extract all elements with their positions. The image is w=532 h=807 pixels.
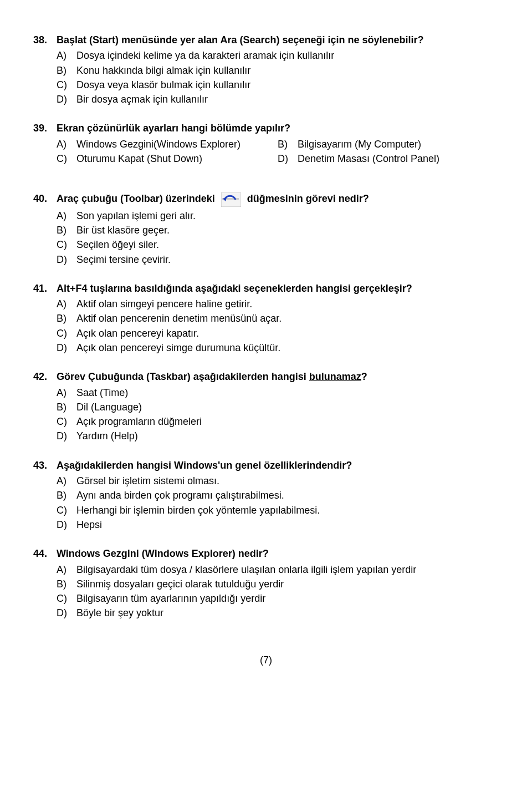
- q43-options: A) Görsel bir işletim sistemi olması. B)…: [57, 474, 499, 531]
- q42-number: 42.: [33, 370, 57, 383]
- q42-text: Görev Çubuğunda (Taskbar) aşağıdakilerde…: [57, 370, 499, 383]
- q40-option-a: A) Son yapılan işlemi geri alır.: [57, 209, 499, 222]
- q38-option-b: B) Konu hakkında bilgi almak için kullan…: [57, 64, 499, 77]
- option-letter: B): [57, 64, 76, 77]
- q44-option-d: D) Böyle bir şey yoktur: [57, 606, 499, 620]
- option-letter: A): [57, 297, 76, 311]
- q42-stem-underline: bulunamaz: [309, 371, 361, 382]
- option-letter: B): [57, 400, 76, 414]
- undo-icon: [221, 192, 241, 207]
- option-letter: D): [57, 93, 76, 106]
- option-letter: C): [57, 238, 76, 251]
- q39-option-c: C) Oturumu Kapat (Shut Down): [57, 152, 278, 165]
- q40-stem-post: düğmesinin görevi nedir?: [247, 193, 369, 204]
- option-letter: C): [57, 78, 76, 92]
- option-letter: C): [57, 504, 76, 517]
- q41-option-a: A) Aktif olan simgeyi pencere haline get…: [57, 297, 499, 311]
- option-text: Herhangi bir işlemin birden çok yöntemle…: [76, 504, 499, 517]
- q39-option-b: B) Bilgisayarım (My Computer): [278, 138, 499, 151]
- option-text: Görsel bir işletim sistemi olması.: [76, 474, 499, 488]
- option-text: Denetim Masası (Control Panel): [298, 152, 499, 165]
- question-42: 42. Görev Çubuğunda (Taskbar) aşağıdakil…: [33, 370, 499, 443]
- q44-option-b: B) Silinmiş dosyaları geçici olarak tutu…: [57, 577, 499, 591]
- q38-option-a: A) Dosya içindeki kelime ya da karakteri…: [57, 49, 499, 62]
- option-text: Dosya veya klasör bulmak için kullanılır: [76, 78, 499, 92]
- q38-stem: 38. Başlat (Start) menüsünde yer alan Ar…: [33, 33, 499, 47]
- option-text: Aktif olan pencerenin denetim menüsünü a…: [76, 312, 499, 325]
- q43-number: 43.: [33, 459, 57, 472]
- q42-option-b: B) Dil (Language): [57, 400, 499, 414]
- option-letter: B): [57, 489, 76, 502]
- option-text: Seçimi tersine çevirir.: [76, 253, 499, 266]
- q38-text: Başlat (Start) menüsünde yer alan Ara (S…: [57, 33, 499, 47]
- q39-options: A) Windows Gezgini(Windows Explorer) B) …: [57, 138, 499, 166]
- option-letter: C): [57, 327, 76, 340]
- q39-option-a: A) Windows Gezgini(Windows Explorer): [57, 138, 278, 151]
- q39-row-cd: C) Oturumu Kapat (Shut Down) D) Denetim …: [57, 152, 499, 165]
- option-text: Bilgisayarım (My Computer): [298, 138, 499, 151]
- option-letter: C): [57, 152, 76, 165]
- q43-text: Aşağıdakilerden hangisi Windows'un genel…: [57, 459, 499, 472]
- q42-stem: 42. Görev Çubuğunda (Taskbar) aşağıdakil…: [33, 370, 499, 383]
- q40-option-b: B) Bir üst klasöre geçer.: [57, 224, 499, 237]
- q44-options: A) Bilgisayardaki tüm dosya / klasörlere…: [57, 563, 499, 620]
- question-38: 38. Başlat (Start) menüsünde yer alan Ar…: [33, 33, 499, 106]
- option-letter: A): [57, 474, 76, 488]
- option-text: Dil (Language): [76, 400, 499, 414]
- option-text: Dosya içindeki kelime ya da karakteri ar…: [76, 49, 499, 62]
- option-text: Yardım (Help): [76, 429, 499, 443]
- option-letter: A): [57, 209, 76, 222]
- question-41: 41. Alt+F4 tuşlarına basıldığında aşağıd…: [33, 282, 499, 354]
- option-letter: D): [57, 606, 76, 620]
- option-letter: A): [57, 563, 76, 576]
- q43-option-a: A) Görsel bir işletim sistemi olması.: [57, 474, 499, 488]
- q43-option-d: D) Hepsi: [57, 518, 499, 531]
- q39-stem: 39. Ekran çözünürlük ayarları hangi bölü…: [33, 121, 499, 135]
- option-letter: D): [57, 341, 76, 354]
- option-letter: A): [57, 386, 76, 399]
- option-letter: D): [278, 152, 298, 165]
- q41-option-d: D) Açık olan pencereyi simge durumuna kü…: [57, 341, 499, 354]
- option-text: Bir üst klasöre geçer.: [76, 224, 499, 237]
- option-letter: C): [57, 592, 76, 605]
- q44-option-c: C) Bilgisayarın tüm ayarlarının yapıldığ…: [57, 592, 499, 605]
- question-40: 40. Araç çubuğu (Toolbar) üzerindeki düğ…: [33, 192, 499, 266]
- q42-option-c: C) Açık programların düğmeleri: [57, 415, 499, 428]
- q40-options: A) Son yapılan işlemi geri alır. B) Bir …: [57, 209, 499, 266]
- q41-stem: 41. Alt+F4 tuşlarına basıldığında aşağıd…: [33, 282, 499, 295]
- q41-text: Alt+F4 tuşlarına basıldığında aşağıdaki …: [57, 282, 499, 295]
- q44-stem: 44. Windows Gezgini (Windows Explorer) n…: [33, 547, 499, 560]
- q40-stem: 40. Araç çubuğu (Toolbar) üzerindeki düğ…: [33, 192, 499, 206]
- q38-option-d: D) Bir dosya açmak için kullanılır: [57, 93, 499, 106]
- q43-option-c: C) Herhangi bir işlemin birden çok yönte…: [57, 504, 499, 517]
- option-letter: D): [57, 253, 76, 266]
- q38-number: 38.: [33, 33, 57, 47]
- option-letter: A): [57, 138, 76, 151]
- q40-option-d: D) Seçimi tersine çevirir.: [57, 253, 499, 266]
- option-text: Konu hakkında bilgi almak için kullanılı…: [76, 64, 499, 77]
- question-44: 44. Windows Gezgini (Windows Explorer) n…: [33, 547, 499, 620]
- option-text: Aktif olan simgeyi pencere haline getiri…: [76, 297, 499, 311]
- q39-option-d: D) Denetim Masası (Control Panel): [278, 152, 499, 165]
- q39-row-ab: A) Windows Gezgini(Windows Explorer) B) …: [57, 138, 499, 151]
- q42-stem-post: ?: [361, 371, 367, 382]
- q42-stem-pre: Görev Çubuğunda (Taskbar) aşağıdakilerde…: [57, 371, 309, 382]
- option-text: Böyle bir şey yoktur: [76, 606, 499, 620]
- q42-option-a: A) Saat (Time): [57, 386, 499, 399]
- option-text: Bilgisayarın tüm ayarlarının yapıldığı y…: [76, 592, 499, 605]
- q41-options: A) Aktif olan simgeyi pencere haline get…: [57, 297, 499, 354]
- q41-option-b: B) Aktif olan pencerenin denetim menüsün…: [57, 312, 499, 325]
- option-text: Bilgisayardaki tüm dosya / klasörlere ul…: [76, 563, 499, 576]
- option-text: Seçilen öğeyi siler.: [76, 238, 499, 251]
- option-text: Oturumu Kapat (Shut Down): [76, 152, 278, 165]
- option-letter: D): [57, 429, 76, 443]
- page-number: (7): [33, 653, 499, 667]
- option-letter: B): [278, 138, 298, 151]
- q39-number: 39.: [33, 121, 57, 135]
- q41-option-c: C) Açık olan pencereyi kapatır.: [57, 327, 499, 340]
- q38-option-c: C) Dosya veya klasör bulmak için kullanı…: [57, 78, 499, 92]
- option-letter: C): [57, 415, 76, 428]
- option-letter: A): [57, 49, 76, 62]
- option-letter: B): [57, 224, 76, 237]
- option-letter: B): [57, 312, 76, 325]
